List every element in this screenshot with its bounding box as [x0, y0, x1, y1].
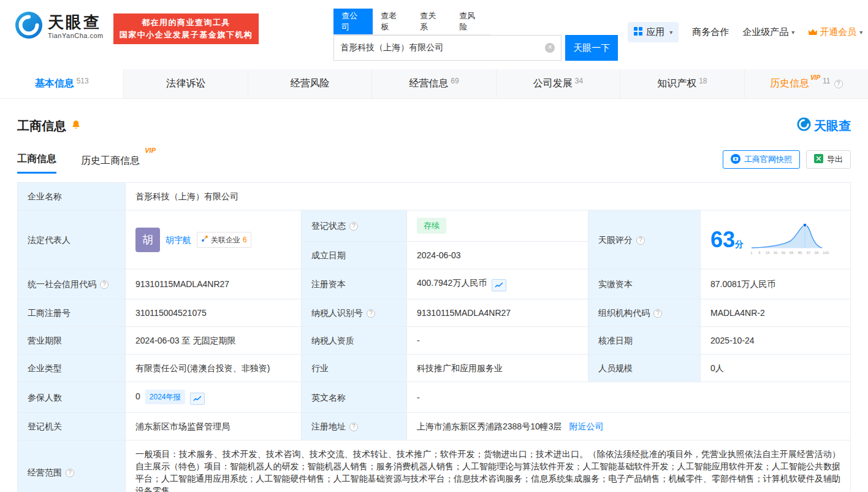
tab-operation-info[interactable]: 经营信息 69 [371, 69, 495, 98]
annual-report-badge[interactable]: 2024年报 [145, 390, 185, 404]
clear-icon[interactable] [545, 43, 555, 53]
taxpayer-id-value: 91310115MADLA4NR27 [407, 299, 588, 327]
reg-number-value: 310115004521075 [126, 299, 302, 327]
business-cooperation-link[interactable]: 商务合作 [692, 26, 729, 38]
business-scope-label-text: 经营范围 [28, 467, 62, 477]
apps-menu[interactable]: 应用 [628, 22, 679, 42]
business-info-table: 企业名称 首形科技（上海）有限公司 法定代表人 胡 胡宇航 [17, 182, 851, 492]
subtab-business-info[interactable]: 工商信息 [17, 153, 56, 174]
tab-intellectual-property[interactable]: 知识产权 18 [620, 69, 744, 98]
table-row: 经营范围 一般项目：技术服务、技术开发、技术咨询、技术交流、技术转让、技术推广；… [18, 440, 851, 492]
help-icon[interactable] [653, 309, 662, 318]
tab-basic-info-label: 基本信息 [35, 77, 74, 90]
reg-capital-label: 注册资本 [302, 269, 407, 299]
registry-label: 登记机关 [18, 413, 126, 440]
tab-operation-risk[interactable]: 经营风险 [248, 69, 371, 98]
tab-history-info[interactable]: 历史信息 VIP 11 [744, 69, 868, 98]
promo-banner-line1: 都在用的商业查询工具 [120, 17, 253, 29]
credit-code-label: 统一社会信用代码 [18, 269, 126, 299]
help-icon[interactable] [367, 309, 375, 318]
score-unit: 分 [735, 239, 744, 249]
help-icon[interactable] [636, 236, 645, 245]
tab-history-info-count: 11 [823, 77, 830, 85]
search-input[interactable] [340, 43, 545, 53]
english-name-label: 英文名称 [302, 382, 407, 413]
address-label: 注册地址 [302, 413, 407, 440]
tab-legal-proceedings[interactable]: 法律诉讼 [123, 69, 247, 98]
search-tab-relation[interactable]: 查关系 [412, 9, 451, 34]
related-companies-tag[interactable]: 关联企业 6 [197, 232, 251, 248]
credit-code-label-text: 统一社会信用代码 [28, 279, 96, 289]
trend-chart-icon[interactable] [190, 393, 205, 405]
registry-value: 浦东新区市场监督管理局 [126, 413, 302, 440]
taxpayer-id-label-text: 纳税人识别号 [311, 308, 363, 318]
taxpayer-quality-value: - [407, 327, 588, 355]
table-row: 统一社会信用代码 91310115MADLA4NR27 注册资本 400.794… [18, 269, 851, 299]
enterprise-products-menu[interactable]: 企业级产品 [742, 26, 794, 38]
official-snapshot-button[interactable]: 工商官网快照 [723, 150, 800, 169]
table-row: 工商注册号 310115004521075 纳税人识别号 91310115MAD… [18, 299, 851, 327]
tab-operation-info-label: 经营信息 [409, 77, 448, 90]
table-row: 企业类型 有限责任公司(港澳台投资、非独资) 行业 科技推广和应用服务业 人员规… [18, 355, 851, 382]
nearby-companies-link[interactable]: 附近公司 [569, 421, 603, 431]
excel-icon [814, 154, 823, 165]
open-vip-menu[interactable]: 开通会员 [808, 26, 862, 38]
export-button[interactable]: 导出 [806, 150, 851, 169]
help-icon[interactable] [834, 80, 843, 88]
vip-badge: VIP [145, 147, 156, 154]
trend-chart-icon[interactable] [492, 279, 506, 291]
tab-legal-proceedings-label: 法律诉讼 [166, 77, 205, 90]
help-icon[interactable] [100, 280, 108, 289]
table-row: 企业名称 首形科技（上海）有限公司 [18, 183, 851, 210]
tab-company-development[interactable]: 公司发展 34 [496, 69, 620, 98]
search-area: 查公司 查老板 查关系 查风险 天眼一下 [333, 9, 618, 61]
score-cell: 63分 1 5 15 30 [701, 210, 851, 269]
promo-banner-line2: 国家中小企业发展子基金旗下机构 [120, 29, 253, 41]
reg-capital-value: 400.7942万人民币 [407, 269, 588, 299]
search-button[interactable]: 天眼一下 [565, 35, 618, 61]
table-row: 参保人数 02024年报 英文名称 - [18, 382, 851, 413]
subtab-history-business-info[interactable]: 历史工商信息 VIP [81, 155, 140, 174]
related-companies-count: 6 [243, 234, 247, 246]
tianyancha-logo[interactable]: 天眼查 TianYanCha.com [15, 11, 104, 42]
help-icon[interactable] [349, 222, 358, 231]
business-term-value: 2024-06-03 至 无固定期限 [126, 327, 302, 355]
search-tab-company[interactable]: 查公司 [333, 9, 373, 34]
search-box [333, 35, 562, 61]
grid-icon [634, 27, 642, 37]
crown-icon [808, 27, 818, 37]
tab-basic-info[interactable]: 基本信息 513 [0, 69, 123, 98]
insured-count-label: 参保人数 [18, 382, 126, 413]
search-tab-risk[interactable]: 查风险 [451, 9, 490, 34]
top-bar: 天眼查 TianYanCha.com 都在用的商业查询工具 国家中小企业发展子基… [0, 0, 868, 64]
watermark-logo: 天眼查 [797, 117, 851, 134]
vip-badge: VIP [810, 74, 820, 81]
reg-capital-text: 400.7942万人民币 [417, 278, 487, 288]
official-snapshot-label: 工商官网快照 [744, 154, 792, 165]
export-label: 导出 [827, 154, 843, 165]
approval-date-value: 2025-10-24 [701, 327, 851, 355]
help-icon[interactable] [349, 423, 358, 431]
legal-rep-cell: 胡 胡宇航 关联企业 6 [126, 210, 302, 269]
credit-code-value: 91310115MADLA4NR27 [126, 269, 302, 299]
search-tab-boss[interactable]: 查老板 [373, 9, 412, 34]
company-nav-tabs: 基本信息 513 法律诉讼 经营风险 经营信息 69 公司发展 34 知识产权 … [0, 69, 868, 99]
org-code-label: 组织机构代码 [588, 299, 701, 327]
table-row: 登记机关 浦东新区市场监督管理局 注册地址 上海市浦东新区秀浦路2388号10幢… [18, 413, 851, 440]
svg-text:5: 5 [758, 251, 761, 255]
promo-banner: 都在用的商业查询工具 国家中小企业发展子基金旗下机构 [113, 13, 259, 44]
tab-intellectual-property-count: 18 [699, 77, 707, 85]
svg-text:97: 97 [807, 251, 811, 255]
org-code-label-text: 组织机构代码 [598, 308, 650, 318]
company-name-value: 首形科技（上海）有限公司 [126, 183, 851, 210]
insured-count-value: 02024年报 [126, 382, 302, 413]
address-text: 上海市浦东新区秀浦路2388号10幢3层 [417, 421, 562, 431]
avatar[interactable]: 胡 [135, 228, 160, 252]
tab-company-development-label: 公司发展 [533, 77, 573, 90]
subtab-history-business-info-label: 历史工商信息 [81, 155, 140, 166]
legal-rep-link[interactable]: 胡宇航 [166, 234, 191, 246]
business-scope-label: 经营范围 [18, 440, 126, 492]
help-icon[interactable] [66, 469, 74, 477]
subscribe-bell-icon[interactable] [71, 120, 81, 132]
svg-text:85: 85 [798, 251, 802, 255]
